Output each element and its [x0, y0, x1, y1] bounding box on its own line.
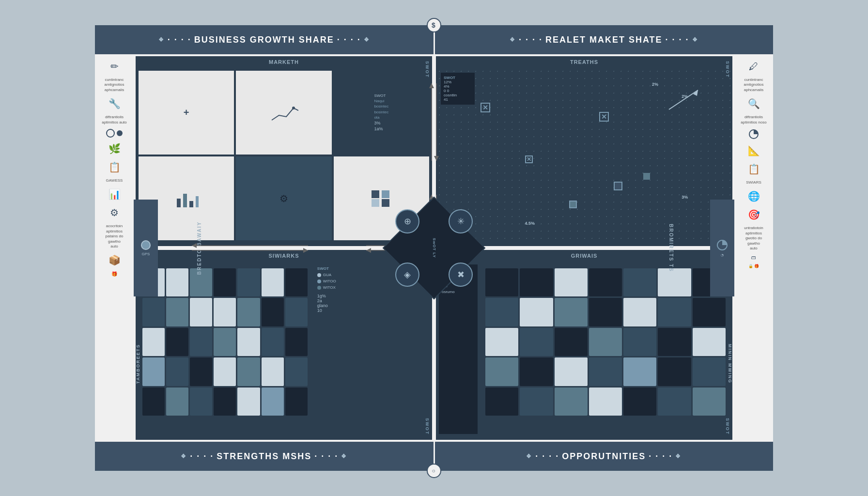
sidebar-text-2: diftrantiolis aptimitios auto: [97, 115, 131, 125]
t32: [214, 388, 236, 416]
legend-text-1: GUA: [323, 273, 331, 277]
circle-icon-left: [106, 129, 115, 138]
square-mark-2: [614, 182, 622, 190]
t22: [142, 357, 165, 386]
cell-tl-2: [236, 71, 331, 155]
cross-icon: ✖: [457, 269, 465, 280]
x-mark-3: ✕: [525, 155, 533, 163]
center-wrapper: ⊕ ✳ ◈: [381, 195, 487, 301]
right-panel-icons: [748, 129, 759, 140]
left-sidebar: ✏ cuntintranc amtignotios aphcamalis 🔧 d…: [95, 54, 134, 442]
t18: [214, 328, 236, 356]
pie-small-icon: [748, 129, 759, 140]
t19: [237, 328, 260, 356]
br-t16: [520, 328, 553, 356]
br-t21: [693, 328, 726, 356]
swot-label-tl: SWOT: [425, 61, 430, 78]
vertical-label-br: MININ MWING: [728, 344, 732, 384]
t8: [142, 298, 165, 326]
target-icon-r: 🎯: [746, 207, 761, 222]
t29: [142, 388, 165, 416]
top-left-banner-label: BUSINESS GROWTH SHARE: [194, 35, 334, 45]
tile-grid-bl: [139, 264, 311, 419]
br-t25: [589, 357, 622, 386]
top-center-coin: $: [427, 18, 441, 32]
right-sidebar-text-2: diftrantiolis aptimitios noso: [737, 115, 771, 125]
right-sidebar-text-3: untratiotoinaptimitiosgwotio dogawthoaut…: [744, 226, 763, 251]
compass-icon: ⊕: [404, 216, 411, 227]
br-t35: [693, 388, 726, 416]
gift-icon-right: 🎁: [754, 264, 759, 268]
legend-dot-2: [317, 279, 321, 283]
br-t10: [555, 298, 588, 326]
swot-box-label: SWOT: [444, 76, 472, 80]
t4: [214, 268, 236, 296]
t13: [262, 298, 284, 326]
t27: [262, 357, 284, 386]
bottom-right-banner-label: OPPORUTNITIES: [562, 451, 646, 462]
t35: [285, 388, 308, 416]
small-circle-left: [117, 130, 123, 136]
br-t32: [589, 388, 622, 416]
top-right-banner-dots2: · · · ·: [666, 35, 689, 45]
top-left-banner-dots: · · · ·: [168, 35, 191, 45]
legend-dot-1: [317, 273, 321, 277]
quadrant-tr-title: TREATHS: [436, 56, 732, 68]
top-right-banner: ❖ · · · · REALET MAKET SHATE · · · · ❖: [435, 25, 774, 54]
svg-rect-3: [189, 201, 193, 207]
t25: [214, 357, 236, 386]
main-container: ❖ · · · · BUSINESS GROWTH SHARE · · · · …: [95, 25, 773, 471]
search-icon: 🔍: [746, 96, 761, 111]
t30: [166, 388, 188, 416]
t9: [166, 298, 188, 326]
svg-rect-2: [183, 194, 187, 207]
sidebar-text-3: acocritoinaptimitiospatains dogawthoauto: [106, 224, 124, 249]
vertical-label-tl: BREDTO BAWAIY: [197, 221, 202, 275]
pct-tr-1: 2%: [652, 82, 658, 87]
square-mark-1: [569, 201, 577, 208]
br-t1: [485, 268, 518, 296]
t28: [285, 357, 308, 386]
deco-diamond-tr1: ❖: [510, 36, 516, 43]
swot-label-br: SWOT: [725, 418, 730, 435]
t12: [237, 298, 260, 326]
t24: [190, 357, 212, 386]
x-mark-2: ✕: [599, 112, 609, 122]
deco-diamond-tl1: ❖: [158, 36, 165, 43]
t10: [190, 298, 212, 326]
pen-icon: 🖊: [746, 59, 761, 74]
content-area: BREDTO BAWAIY BROMIRETS TS MARKETH +: [134, 54, 734, 442]
bottom-left-banner-dots2: · · · ·: [314, 451, 338, 462]
br-t17: [555, 328, 588, 356]
center-circle-tl: ⊕: [395, 209, 419, 233]
center-icon-tr: ✳: [434, 195, 487, 248]
br-t34: [658, 388, 691, 416]
quadrant-tl-title: MARKETH: [136, 56, 432, 68]
line-chart-tl: [269, 103, 298, 123]
vertical-label-bl: TAMBOREETS: [136, 344, 140, 384]
br-t22: [485, 357, 518, 386]
square-mark-3: [643, 173, 650, 180]
center-circle-bl: ◈: [395, 263, 419, 287]
br-t28: [693, 357, 726, 386]
top-left-banner-dots2: · · · ·: [337, 35, 361, 45]
clipboard-icon: 📋: [746, 162, 761, 176]
t23: [166, 357, 188, 386]
sidebar-label-right: SWIARS: [746, 180, 761, 185]
br-t13: [658, 298, 691, 326]
sun-icon: ✳: [457, 216, 465, 227]
center-icon-bl: ◈: [381, 248, 434, 301]
t20: [262, 328, 284, 356]
pct-tr-3: 3%: [682, 195, 688, 200]
box-icon-left: 📦: [107, 253, 122, 267]
chart-icon: 📊: [107, 187, 122, 202]
swot-data-box-tr: SWOT 12%4%0 0cosntlin41: [441, 73, 475, 105]
doc-icon: 📋: [107, 160, 122, 174]
top-right-banner-label: REALET MAKET SHATE: [545, 35, 663, 45]
t6: [262, 268, 284, 296]
bottom-left-banner: ❖ · · · · STRENGTHS MSHS · · · · ❖: [95, 442, 435, 471]
pct-tr-4: 4.5%: [525, 221, 535, 226]
center-icons: ⊕ ✳ ◈: [381, 195, 487, 301]
panel-label-right: ◔: [721, 253, 724, 257]
sidebar-text-1: cuntintranc amtignotios aphcamalis: [97, 78, 131, 93]
